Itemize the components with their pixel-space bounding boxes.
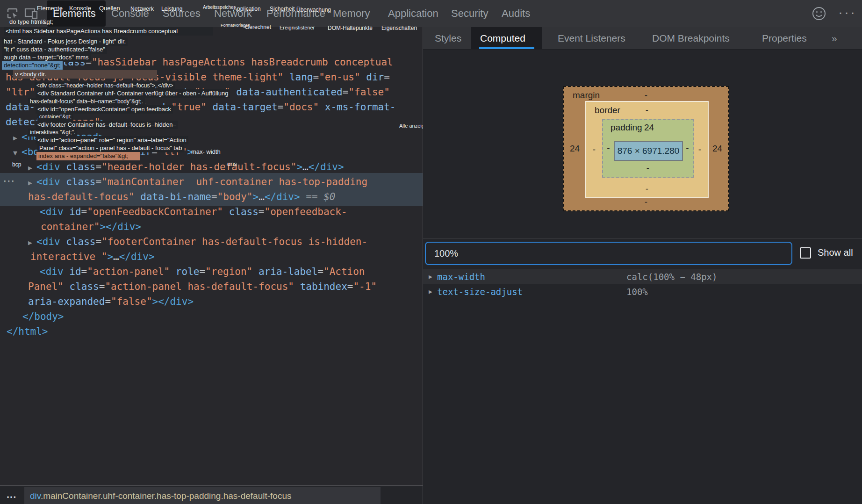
box-model-border[interactable]: border - - - - padding 24 - - - 876 × 69… [585, 101, 709, 198]
code-token: = [278, 101, 284, 113]
code-token [64, 266, 70, 277]
expand-arrow-icon[interactable]: ▼ [13, 149, 22, 157]
code-token: "header-holder has-default-focus" [101, 161, 296, 173]
translation-chip: container"&gt; [37, 113, 73, 121]
computed-property-row[interactable]: ▶text-size-adjust100% [423, 284, 862, 299]
padding-top-value[interactable]: 24 [644, 122, 654, 133]
code-token: lang [289, 72, 313, 83]
margin-bottom-value[interactable]: - [645, 197, 647, 207]
border-top-value[interactable]: - [646, 105, 648, 115]
breadcrumb-ellipsis[interactable]: ... [7, 489, 16, 501]
code-token: "body" [217, 191, 253, 202]
sidebar-tab-»[interactable]: » [832, 27, 837, 49]
show-all-checkbox[interactable] [800, 247, 811, 259]
tree-line[interactable]: </body> [22, 310, 64, 323]
box-model-padding[interactable]: padding 24 - - - 876 × 6971.280 [602, 119, 694, 178]
code-token: container" [41, 221, 100, 232]
sidebar-tab-dom-breakpoints[interactable]: DOM Breakpoints [652, 27, 730, 49]
code-token: "region" [205, 266, 252, 277]
box-model-margin[interactable]: margin - 24 24 - border - - - - padding … [563, 86, 729, 211]
tree-line[interactable]: </html> [7, 325, 48, 338]
translation-chip: detection="none"&gt; [2, 61, 63, 70]
padding-right-value[interactable]: - [682, 143, 693, 153]
translation-chip: <div footer Container has–default–focus … [36, 121, 178, 129]
border-left-value[interactable]: - [586, 144, 602, 155]
code-token: <div [36, 236, 60, 247]
code-token: dir [366, 72, 384, 83]
code-token: "true" [171, 101, 207, 113]
expand-arrow-icon[interactable]: ▶ [28, 238, 36, 247]
node-ellipsis-marker[interactable]: ⋯ [3, 174, 15, 188]
margin-right-value[interactable]: 24 [707, 144, 728, 154]
sidebar-tab-computed[interactable]: Computed [480, 27, 525, 49]
code-token: > [252, 191, 259, 202]
translation-chip: <div Standard Container uhf- Container v… [36, 89, 230, 98]
tree-line[interactable]: ▶ <div class="footerContainer has-defaul… [28, 236, 367, 249]
code-token [360, 72, 366, 83]
toolbar-tab-memory[interactable]: Memory [333, 0, 370, 27]
border-bottom-value[interactable]: - [646, 184, 648, 194]
tree-line[interactable]: aria-expanded="false"></div> [28, 295, 194, 308]
border-right-value[interactable]: - [692, 144, 708, 155]
code-token: "action-panel has-default-focus" [105, 281, 294, 292]
code-token: Panel" [28, 281, 64, 292]
computed-filter-input[interactable] [425, 242, 792, 265]
expand-arrow-icon[interactable]: ▶ [28, 179, 36, 187]
code-token: "docs" [283, 101, 319, 113]
code-token: … [302, 161, 309, 173]
expand-arrow-icon[interactable]: ▶ [13, 134, 22, 142]
padding-bottom-value[interactable]: - [646, 163, 649, 173]
computed-property-row[interactable]: ▶max-widthcalc(100% − 48px) [423, 269, 862, 284]
code-token: <div [36, 176, 60, 187]
toolbar-tab-audits[interactable]: Audits [502, 0, 530, 27]
toolbar-tab-sources[interactable]: Sources [163, 0, 201, 27]
tree-line[interactable]: Panel" class="action-panel has-default-f… [28, 281, 377, 293]
breadcrumb-item[interactable]: div.mainContainer.uhf-container.has-top-… [24, 487, 381, 504]
sidebar-tab-properties[interactable]: Properties [762, 27, 807, 49]
translation-label: Überwachung [295, 6, 333, 14]
tree-line[interactable]: ▶ <div class="header-holder has-default-… [28, 161, 344, 174]
padding-left-value[interactable]: - [603, 143, 614, 153]
tree-line[interactable]: <div id="action-panel" role="region" ari… [40, 266, 365, 278]
code-token: </div> [309, 161, 344, 173]
margin-left-value[interactable]: 24 [564, 144, 585, 154]
translation-label: Elemente [35, 4, 65, 13]
translation-label: Eigenschaften [380, 24, 419, 32]
sidebar-tabs: StylesComputedEvent ListenersDOM Breakpo… [423, 27, 862, 50]
translation-chip: bcp [10, 161, 23, 169]
code-token: = [199, 266, 205, 277]
code-token: = [317, 266, 323, 277]
sidebar-tab-styles[interactable]: Styles [435, 27, 461, 49]
sidebar-tab-event-listeners[interactable]: Event Listeners [558, 27, 625, 49]
code-token: = [384, 72, 390, 83]
box-model-content[interactable]: 876 × 6971.280 [614, 141, 683, 161]
code-token: </body> [22, 311, 64, 322]
expand-arrow-icon[interactable]: ▶ [28, 164, 36, 172]
toolbar-tab-security[interactable]: Security [451, 0, 488, 27]
padding-label: padding [611, 122, 642, 133]
code-token [64, 281, 70, 292]
toolbar-tab-application[interactable]: Application [388, 0, 438, 27]
translation-label: Ereignislistener [278, 24, 316, 32]
tree-line[interactable]: container"></div> [41, 221, 141, 233]
expand-arrow-icon[interactable]: ▶ [429, 284, 432, 299]
code-token: = [81, 266, 87, 277]
devtools-window: ElementsConsoleSourcesNetworkPerformance… [0, 0, 862, 504]
margin-top-value[interactable]: - [645, 90, 647, 101]
tree-line[interactable]: class="hasSidebar hasPageActions hasBrea… [56, 56, 393, 69]
overflow-menu-icon[interactable]: ··· [838, 0, 856, 27]
code-token [283, 72, 289, 83]
tree-line[interactable]: interactive ">…</div> [30, 251, 155, 263]
code-token: = [343, 86, 349, 98]
code-token: class [66, 236, 95, 247]
tree-line[interactable]: has-default-focus" data-bi-name="body">…… [28, 191, 336, 203]
code-token: has-default-focus" [28, 191, 135, 202]
code-token: = [347, 281, 353, 292]
tree-line[interactable]: <div id="openFeedbackContainer" class="o… [40, 206, 347, 218]
feedback-smiley-icon[interactable] [812, 6, 826, 21]
tree-line[interactable]: ▶ <div class="mainContainer uhf-containe… [28, 176, 367, 189]
code-token: </html> [7, 326, 48, 337]
expand-arrow-icon[interactable]: ▶ [429, 269, 432, 284]
code-token [230, 86, 236, 98]
breadcrumb-classes: .mainContainer.uhf-container.has-top-pad… [41, 491, 292, 501]
